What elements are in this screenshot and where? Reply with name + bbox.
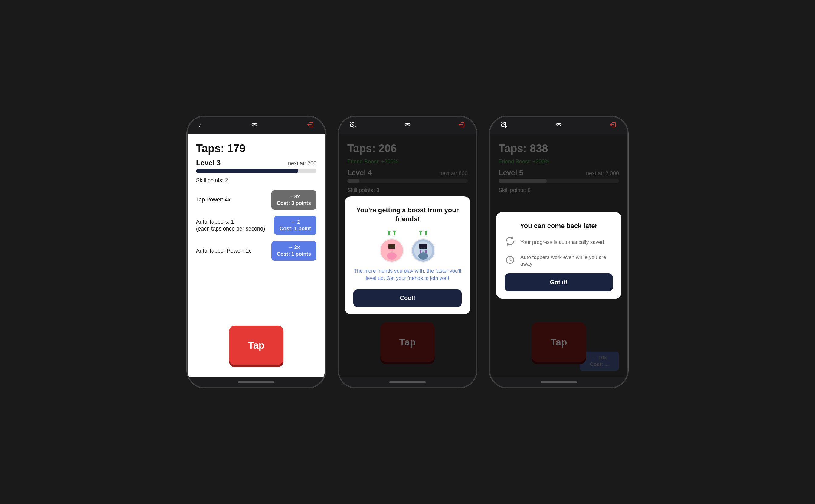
home-bar-1	[238, 381, 274, 383]
status-bar-1: ♪	[188, 117, 325, 134]
svg-point-6	[390, 247, 391, 249]
music-icon: ♪	[198, 122, 201, 129]
home-indicator-1	[188, 377, 325, 387]
level-label-1: Level 3	[196, 159, 221, 167]
modal-title-2: You're getting a boost from your friends…	[353, 206, 462, 223]
svg-rect-15	[425, 250, 427, 253]
skill-points-1: Skill points: 2	[196, 177, 316, 184]
svg-point-1	[407, 127, 408, 127]
svg-rect-11	[419, 244, 427, 249]
come-back-modal: You can come back later Your progress is…	[496, 212, 621, 299]
auto-tappers-button[interactable]: → 2 Cost: 1 point	[274, 216, 316, 235]
modal-title-3: You can come back later	[505, 222, 613, 231]
tap-power-row: Tap Power: 4x → 8x Cost: 3 points	[196, 190, 316, 210]
auto-tapper-power-label: Auto Tapper Power: 1x	[196, 247, 251, 254]
svg-point-13	[424, 247, 425, 249]
phone-2: Taps: 206 Friend Boost: +200% Level 4 ne…	[338, 116, 477, 388]
home-indicator-3	[490, 377, 627, 387]
feature-row-1: Your progress is automatically saved	[505, 236, 613, 248]
status-bar-3	[490, 117, 627, 134]
modal-overlay-3: You can come back later Your progress is…	[490, 134, 627, 377]
exit-icon-2	[459, 122, 465, 129]
avatar-1-wrapper: ⬆⬆	[380, 229, 404, 263]
progress-bar-bg-1	[196, 169, 316, 173]
wifi-icon-3	[555, 122, 562, 129]
feature-text-2: Auto tappers work even while you are awa…	[520, 254, 613, 267]
tap-power-button[interactable]: → 8x Cost: 3 points	[271, 190, 316, 210]
clock-icon	[505, 255, 516, 267]
svg-point-12	[421, 247, 422, 249]
auto-tappers-row: Auto Tappers: 1(each taps once per secon…	[196, 216, 316, 235]
friends-boost-modal: You're getting a boost from your friends…	[345, 196, 470, 314]
mute-icon-2	[350, 122, 356, 129]
progress-bar-fill-1	[196, 169, 298, 173]
exit-icon	[307, 122, 314, 129]
next-at-1: next at: 200	[288, 160, 316, 167]
svg-rect-5	[388, 244, 395, 249]
avatar-1	[380, 238, 404, 263]
level-row-1: Level 3 next at: 200	[196, 159, 316, 167]
modal-overlay-2: You're getting a boost from your friends…	[339, 134, 476, 377]
modal-desc-2: The more friends you play with, the fast…	[353, 267, 462, 282]
exit-icon-3	[610, 122, 617, 129]
phone-2-screen: Taps: 206 Friend Boost: +200% Level 4 ne…	[339, 134, 476, 377]
refresh-icon	[505, 236, 516, 248]
feature-text-1: Your progress is automatically saved	[520, 239, 604, 246]
mute-icon-3	[501, 122, 508, 129]
phone-3-screen: Taps: 838 Friend Boost: +200% Level 5 ne…	[490, 134, 627, 377]
avatar-2-wrapper: ⬆⬆	[411, 229, 435, 263]
svg-point-16	[558, 127, 559, 127]
feature-row-2: Auto tappers work even while you are awa…	[505, 254, 613, 267]
auto-tapper-power-button[interactable]: → 2x Cost: 1 points	[271, 241, 316, 260]
svg-point-7	[393, 247, 394, 249]
wifi-icon	[251, 122, 258, 129]
tap-power-label: Tap Power: 4x	[196, 196, 231, 203]
tap-button-1[interactable]: Tap	[229, 326, 283, 365]
svg-point-4	[387, 252, 397, 260]
wifi-icon-2	[404, 122, 411, 129]
phone-3: Taps: 838 Friend Boost: +200% Level 5 ne…	[489, 116, 628, 388]
cool-button[interactable]: Cool!	[353, 289, 462, 307]
home-bar-3	[541, 381, 577, 383]
home-indicator-2	[339, 377, 476, 387]
friends-avatars: ⬆⬆	[353, 229, 462, 263]
taps-count-1: Taps: 179	[196, 142, 316, 155]
avatar-2	[411, 238, 435, 263]
svg-point-10	[418, 252, 428, 260]
phone-1-screen: Taps: 179 Level 3 next at: 200 Skill poi…	[188, 134, 325, 377]
svg-point-0	[254, 127, 255, 127]
status-bar-2	[339, 117, 476, 134]
got-it-button[interactable]: Got it!	[505, 273, 613, 291]
home-bar-2	[389, 381, 426, 383]
boost-arrows-1: ⬆⬆	[386, 229, 397, 237]
boost-arrows-2: ⬆⬆	[418, 229, 429, 237]
phone-1: ♪ Taps: 179 Level 3 next at: 200	[187, 116, 326, 388]
screen-1-content: Taps: 179 Level 3 next at: 200 Skill poi…	[188, 134, 325, 377]
svg-rect-14	[420, 250, 421, 253]
auto-tapper-power-row: Auto Tapper Power: 1x → 2x Cost: 1 point…	[196, 241, 316, 260]
auto-tappers-label: Auto Tappers: 1(each taps once per secon…	[196, 218, 265, 233]
